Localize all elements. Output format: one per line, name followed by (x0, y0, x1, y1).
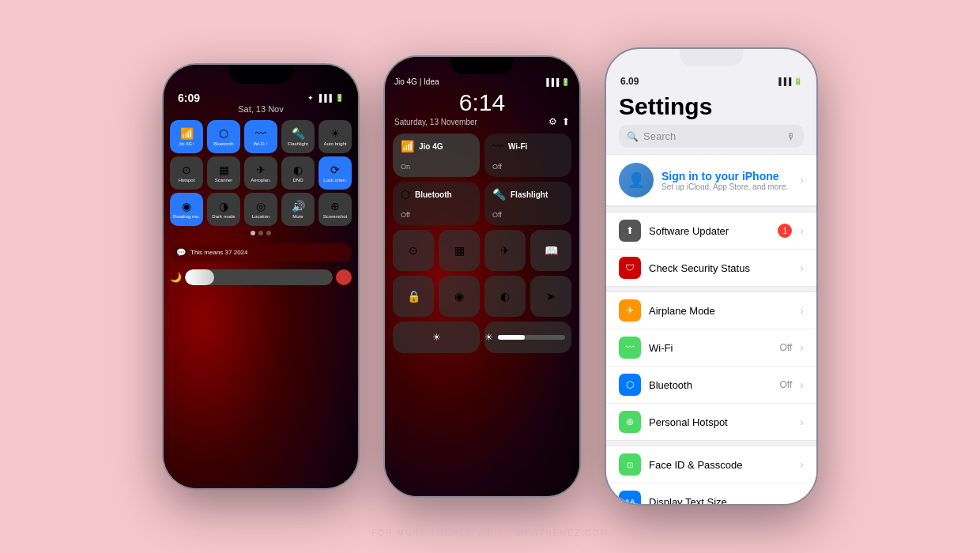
ctrl-airplane[interactable]: ✈ Aeroplan. (244, 156, 277, 190)
time-1: 6:09 (178, 92, 200, 104)
software-updater-label: Software Updater (649, 225, 770, 237)
ctrl-lock[interactable]: ⟳ Lock orien. (318, 156, 352, 190)
ctrl-scanner[interactable]: ▦ Scanner (207, 156, 240, 190)
wifi-value: Off (780, 342, 793, 353)
cc-header-icons: ⚙ ⬆ (548, 116, 570, 127)
cc-bluetooth[interactable]: ⬡ Bluetooth Off (393, 182, 480, 225)
hotspot-label: Personal Hotspot (649, 416, 792, 428)
notch-2 (450, 57, 514, 74)
cc-books[interactable]: 📖 (530, 230, 571, 271)
chevron-icon: › (800, 458, 804, 471)
moon-icon: 🌙 (170, 272, 182, 283)
wifi-row[interactable]: 〰 Wi-Fi Off › (606, 329, 816, 367)
notch-1 (229, 65, 292, 84)
cc-brightness-row: ☀ ☀ (385, 317, 579, 353)
ctrl-flashlight-1[interactable]: 🔦 Flashlight (281, 120, 315, 153)
cc-row-1: ⊙ ▦ ✈ 📖 (385, 225, 579, 271)
bluetooth-value: Off (780, 379, 793, 390)
faceid-icon: ⊡ (619, 453, 641, 476)
settings-group-3: ⊡ Face ID & Passcode › AA Display Text S… (606, 446, 816, 506)
ctrl-dnd[interactable]: ◐ DND (281, 156, 315, 190)
security-row[interactable]: 🛡 Check Security Status › (606, 250, 816, 286)
avatar: 👤 (619, 163, 654, 198)
bluetooth-row[interactable]: ⬡ Bluetooth Off › (606, 367, 816, 404)
ctrl-screenshot[interactable]: ⊕ Screenshot (318, 193, 352, 226)
ctrl-reading[interactable]: ◉ Reading mo. (170, 193, 203, 226)
watermark: FOR MORE THEMES VISIT - MIUITHEMEZ.COM (372, 529, 609, 537)
airplane-mode-row[interactable]: ✈ Airplane Mode › (606, 292, 816, 329)
cc-bright[interactable]: ☀ (484, 322, 571, 353)
wifi-icon: 〰 (619, 337, 641, 359)
search-bar[interactable]: 🔍 Search 🎙 (619, 125, 804, 148)
cc-eye[interactable]: ◉ (439, 276, 480, 317)
status-icons-2: ▐▐▐ 🔋 (544, 78, 570, 86)
hotspot-row[interactable]: ⊕ Personal Hotspot › (606, 404, 816, 440)
notch-3 (680, 49, 743, 66)
time-3: 6.09 (620, 76, 639, 87)
ctrl-hotspot[interactable]: ⊙ Hotspot (170, 156, 203, 190)
cc-dim[interactable]: ☀ (393, 322, 480, 353)
date-row-2: Saturday, 13 November ⚙ ⬆ (385, 116, 579, 127)
display-text-row[interactable]: AA Display Text Size › (606, 483, 816, 506)
cc-flashlight[interactable]: 🔦 Flashlight Off (484, 182, 571, 225)
control-grid-1: 📶 Jio 4G↑ ⬡ Bluetooth 〰 Wi-Fi ↑ 🔦 Flashl… (164, 120, 358, 153)
display-text-label: Display Text Size (649, 496, 792, 506)
phone-2: Jio 4G | Idea ▐▐▐ 🔋 6:14 Saturday, 13 No… (383, 55, 581, 498)
cc-airplane[interactable]: ✈ (484, 230, 526, 271)
control-grid-2: ⊙ Hotspot ▦ Scanner ✈ Aeroplan. ◐ DND ⟳ … (164, 153, 358, 190)
ctrl-wifi-1[interactable]: 〰 Wi-Fi ↑ (244, 120, 277, 153)
display-text-icon: AA (619, 491, 641, 506)
chevron-icon: › (800, 495, 804, 506)
faceid-row[interactable]: ⊡ Face ID & Passcode › (606, 446, 816, 483)
carrier: Jio 4G | Idea (394, 77, 439, 86)
ctrl-mute[interactable]: 🔊 Mute (281, 193, 315, 226)
chevron-icon: › (800, 304, 804, 317)
search-input[interactable]: Search (643, 130, 782, 142)
slider-brightness[interactable]: 🌙 (164, 265, 358, 285)
update-badge: 1 (778, 224, 792, 238)
cc-scan[interactable]: ▦ (439, 230, 480, 271)
settings-icon[interactable]: ⚙ (548, 116, 557, 127)
cc-lock2[interactable]: 🔒 (393, 276, 434, 317)
ctrl-location[interactable]: ◎ Location (244, 193, 277, 226)
cc-link[interactable]: ⊙ (393, 230, 434, 271)
chevron-icon: › (800, 224, 804, 237)
ctrl-darkmode[interactable]: ◑ Dark mode (207, 193, 240, 226)
chevron-icon: › (800, 416, 804, 428)
software-updater-row[interactable]: ⬆ Software Updater 1 › (606, 213, 816, 250)
cc-jio4g[interactable]: 📶 Jio 4G On (393, 134, 480, 177)
cc-location2[interactable]: ➤ (530, 276, 571, 317)
wifi-label: Wi-Fi (649, 342, 772, 354)
signin-row[interactable]: 👤 Sign in to your iPhone Set up iCloud, … (606, 155, 816, 206)
status-bar-3: 6.09 ▐▐▐ 🔋 (606, 71, 816, 87)
cc-moon[interactable]: ◐ (484, 276, 526, 317)
cc-row-2: 🔒 ◉ ◐ ➤ (385, 271, 579, 317)
software-updater-icon: ⬆ (619, 220, 641, 242)
share-icon[interactable]: ⬆ (562, 116, 570, 127)
bluetooth-icon: ⬡ (619, 374, 641, 396)
cc-tiles-row1: 📶 Jio 4G On 〰 Wi-Fi Off (385, 134, 579, 177)
time-2: 6:14 (385, 89, 579, 116)
security-label: Check Security Status (649, 262, 792, 274)
mic-icon[interactable]: 🎙 (786, 131, 796, 142)
signin-group: 👤 Sign in to your iPhone Set up iCloud, … (606, 154, 816, 207)
status-bar-2: Jio 4G | Idea ▐▐▐ 🔋 (385, 77, 579, 86)
chevron-icon: › (800, 174, 804, 186)
hotspot-icon: ⊕ (619, 411, 641, 433)
sun-dim-icon: ☀ (432, 332, 441, 343)
settings-group-1: ⬆ Software Updater 1 › 🛡 Check Security … (606, 212, 816, 287)
cc-wifi[interactable]: 〰 Wi-Fi Off (484, 134, 571, 177)
date-1: Sat, 13 Nov (164, 104, 358, 114)
chevron-icon: › (800, 378, 804, 391)
ctrl-brightness-1[interactable]: ☀ Auto bright (318, 120, 352, 153)
phone-3: 6.09 ▐▐▐ 🔋 Settings 🔍 Search 🎙 👤 Sign in… (605, 47, 818, 506)
settings-title: Settings (606, 87, 816, 125)
airplane-icon: ✈ (619, 299, 641, 322)
airplane-label: Airplane Mode (649, 305, 792, 317)
ctrl-jio4g[interactable]: 📶 Jio 4G↑ (170, 120, 203, 153)
ctrl-bluetooth-1[interactable]: ⬡ Bluetooth (207, 120, 240, 153)
chevron-icon: › (800, 341, 804, 354)
control-grid-3: ◉ Reading mo. ◑ Dark mode ◎ Location 🔊 M… (164, 190, 358, 226)
settings-group-2: ✈ Airplane Mode › 〰 Wi-Fi Off › ⬡ Blueto… (606, 292, 816, 441)
date-2: Saturday, 13 November (394, 118, 477, 126)
